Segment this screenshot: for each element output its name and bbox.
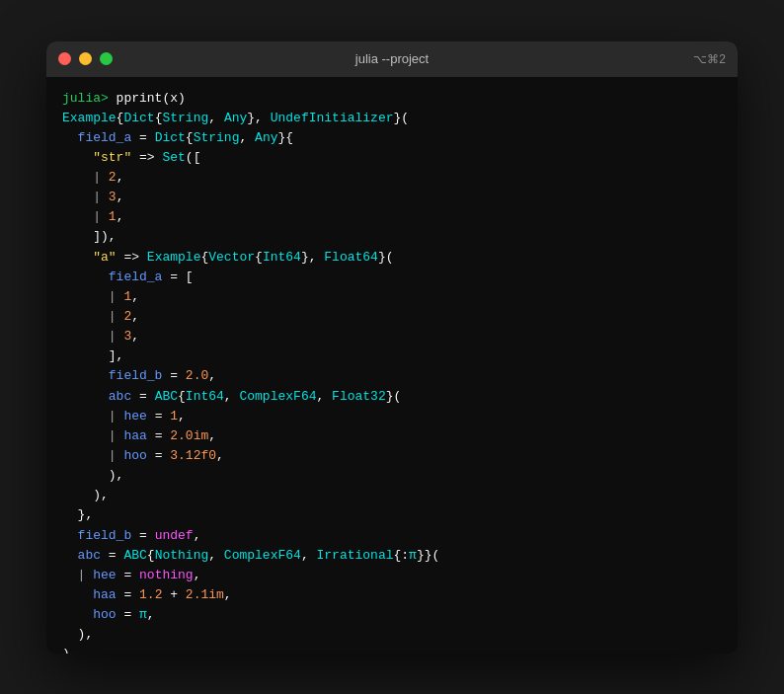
line-17: | hee = 1, <box>62 407 722 426</box>
close-button[interactable] <box>58 52 71 65</box>
line-26: haa = 1.2 + 2.1im, <box>62 585 722 605</box>
line-7: | 1, <box>62 207 722 227</box>
line-2: Example{Dict{String, Any}, UndefInitiali… <box>62 109 722 128</box>
terminal-body[interactable]: julia> pprint(x) Example{Dict{String, An… <box>46 77 738 654</box>
line-21: ), <box>62 486 722 505</box>
line-8: ]), <box>62 227 722 247</box>
line-18: | haa = 2.0im, <box>62 426 722 446</box>
line-28: ), <box>62 625 722 645</box>
line-1: julia> pprint(x) <box>62 89 722 109</box>
line-12: | 2, <box>62 307 722 327</box>
line-15: field_b = 2.0, <box>62 366 722 386</box>
line-20: ), <box>62 466 722 486</box>
line-11: | 1, <box>62 287 722 307</box>
line-27: hoo = π, <box>62 605 722 625</box>
line-9: "a" => Example{Vector{Int64}, Float64}( <box>62 248 722 268</box>
line-5: | 2, <box>62 168 722 188</box>
line-6: | 3, <box>62 188 722 207</box>
line-16: abc = ABC{Int64, ComplexF64, Float32}( <box>62 387 722 407</box>
minimize-button[interactable] <box>79 52 92 65</box>
line-22: }, <box>62 505 722 525</box>
line-25: | hee = nothing, <box>62 566 722 585</box>
line-29: ) <box>62 645 722 653</box>
window-shortcut: ⌥⌘2 <box>693 52 726 66</box>
window-title: julia --project <box>355 51 429 66</box>
terminal-window: julia --project ⌥⌘2 julia> pprint(x) Exa… <box>46 41 738 654</box>
line-10: field_a = [ <box>62 268 722 287</box>
line-3: field_a = Dict{String, Any}{ <box>62 128 722 148</box>
title-bar: julia --project ⌥⌘2 <box>46 41 738 77</box>
line-23: field_b = undef, <box>62 526 722 546</box>
line-14: ], <box>62 347 722 366</box>
line-19: | hoo = 3.12f0, <box>62 446 722 466</box>
maximize-button[interactable] <box>100 52 113 65</box>
line-24: abc = ABC{Nothing, ComplexF64, Irrationa… <box>62 546 722 566</box>
traffic-lights <box>58 52 113 65</box>
line-13: | 3, <box>62 327 722 347</box>
line-4: "str" => Set([ <box>62 148 722 168</box>
